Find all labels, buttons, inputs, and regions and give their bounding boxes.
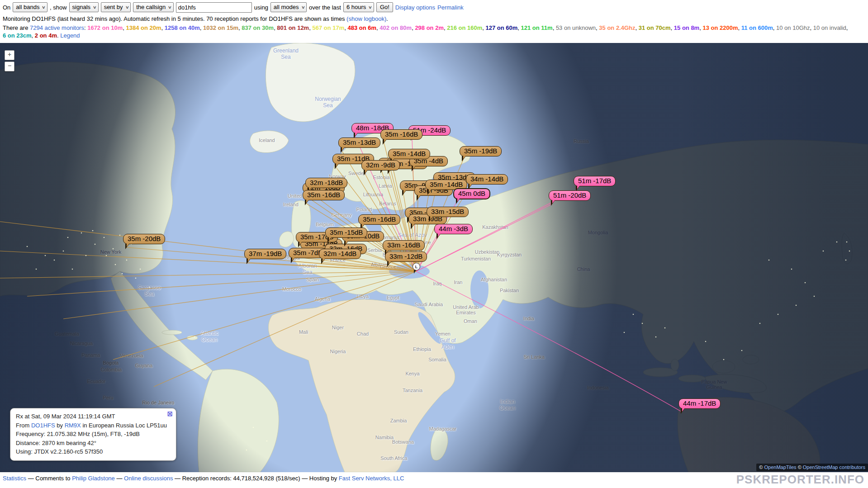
reception-balloon[interactable]: 51m -20dB [549, 190, 591, 201]
balloon-label: 32m -14dB [323, 250, 356, 257]
monitoring-text-end: . [386, 15, 388, 22]
reception-balloon[interactable]: 35m -14dB [388, 149, 430, 159]
zoom-in-button[interactable]: + [5, 50, 14, 60]
philip-gladstone-link[interactable]: Philip Gladstone [72, 475, 115, 482]
reception-balloon[interactable]: 34m -14dB [466, 174, 508, 185]
map-attribution: © OpenMapTiles © OpenStreetMap contribut… [756, 464, 868, 471]
reception-balloon[interactable]: 33m -16dB [383, 240, 425, 251]
timespan-select[interactable]: 6 hours∨ [343, 2, 374, 12]
callsign-input[interactable] [176, 2, 252, 13]
popup-location-text: in European Russia Loc LP51uu [81, 422, 167, 429]
balloon-label: 51m -17dB [578, 177, 611, 185]
balloon-label: 35m -7dB [293, 249, 323, 256]
signals-select-value: signals [72, 4, 90, 10]
toolbar: On all bands∨ , show signals∨ sent by∨ t… [0, 0, 868, 14]
fastserv-link[interactable]: Fast Serv Networks, LLC [339, 475, 404, 482]
zoom-out-button[interactable]: − [5, 62, 14, 71]
balloon-label: 33m -15dB [431, 208, 464, 215]
monitoring-text: Monitoring DO1HFS (last heard 32 mins ag… [3, 15, 346, 22]
legend-link[interactable]: Legend [60, 32, 80, 39]
balloon-label: 34m -14dB [470, 175, 503, 183]
sentby-select-value: sent by [104, 4, 123, 10]
reception-balloon[interactable]: 33m -15dB [427, 207, 469, 217]
home-marker[interactable]: L [413, 263, 420, 270]
reception-balloon[interactable]: 35m -19dB [460, 146, 502, 156]
monitor-count: 15 on 8m [674, 24, 699, 31]
online-discussions-link[interactable]: Online discussions [124, 475, 173, 482]
close-icon[interactable]: ⊠ [167, 411, 173, 417]
monitor-count: 216 on 160m [447, 24, 482, 31]
signals-select[interactable]: signals∨ [69, 2, 99, 12]
active-monitors-link[interactable]: 7294 active monitors [30, 24, 84, 31]
balloon-label: 35m -16dB [307, 191, 340, 199]
display-options-link[interactable]: Display options [395, 4, 435, 11]
balloon-label: 32m -18dB [310, 179, 343, 186]
overlast-label: over the last [309, 4, 341, 11]
balloon-label: 37m -19dB [249, 250, 282, 257]
reception-balloon[interactable]: 32m -14dB [319, 249, 361, 259]
show-logbook-link[interactable]: (show logbook) [346, 15, 386, 22]
monitor-count: 2 on 4m [35, 32, 57, 39]
statistics-link[interactable]: Statistics [3, 475, 26, 482]
footer-sep-2: — [115, 475, 124, 482]
callsign-mode-value: the callsign [136, 4, 166, 10]
bands-select[interactable]: all bands∨ [13, 2, 47, 12]
reception-balloon[interactable]: 35m -16dB [358, 214, 400, 225]
active-monitors-line: There are 7294 active monitors: 1672 on … [0, 24, 868, 40]
world-map[interactable]: Greenland SeaNorwegian SeaIcelandNorwayS… [0, 43, 868, 472]
balloon-label: 44m -3dB [439, 225, 468, 232]
go-button[interactable]: Go! [376, 2, 393, 12]
reception-balloon[interactable]: 51m -17dB [574, 176, 616, 186]
popup-rx-time: Rx at Sat, 09 Mar 2024 11:19:14 GMT [16, 412, 171, 421]
openstreetmap-link[interactable]: OpenStreetMap contributors [803, 464, 865, 470]
reception-report-popup: ⊠ Rx at Sat, 09 Mar 2024 11:19:14 GMT Fr… [10, 408, 176, 461]
reception-balloon[interactable]: 35m -20dB [123, 234, 165, 244]
chevron-down-icon: ∨ [301, 5, 305, 9]
receiver-callsign-link[interactable]: RM9X [65, 422, 81, 429]
chevron-down-icon: ∨ [168, 5, 172, 9]
balloon-label: 35m -16dB [363, 215, 396, 223]
balloon-label: 35m -14dB [393, 150, 426, 157]
reception-balloon[interactable]: 32m -18dB [305, 178, 347, 188]
monitor-count: 127 on 60m [485, 24, 517, 31]
monitor-count: 13 on 2200m [702, 24, 738, 31]
monitor-count: 1258 on 40m [165, 24, 200, 31]
balloon-label: 45m 0dB [458, 189, 485, 198]
there-are-label: There are [3, 24, 30, 31]
reception-balloon[interactable]: 44m -3dB [434, 224, 473, 234]
reception-balloon[interactable]: 35m -15dB [325, 227, 367, 238]
reception-balloon[interactable]: 32m -9dB [361, 160, 400, 171]
popup-from-label: From [16, 422, 31, 429]
chevron-down-icon: ∨ [368, 5, 372, 9]
sender-callsign-link[interactable]: DO1HFS [31, 422, 55, 429]
popup-by-label: by [55, 422, 65, 429]
reception-balloon[interactable]: 33m -12dB [385, 251, 427, 262]
reception-balloon[interactable]: 35m -16dB [303, 190, 345, 200]
callsign-mode-select[interactable]: the callsign∨ [133, 2, 174, 12]
chevron-down-icon: ∨ [125, 5, 129, 9]
reception-balloon[interactable]: 35m -13dB [338, 137, 380, 148]
monitor-count: 31 on 70cm [639, 24, 671, 31]
footer-reception-records: — Reception records: 44,718,524,928 (518… [173, 475, 338, 482]
monitor-count: 35 on 2.4Ghz [599, 24, 635, 31]
sentby-select[interactable]: sent by∨ [101, 2, 131, 12]
monitor-count: 1384 on 20m [126, 24, 161, 31]
modes-select[interactable]: all modes∨ [270, 2, 307, 12]
balloon-label: 51m -20dB [553, 191, 586, 199]
balloon-label: 35m -16dB [385, 130, 418, 138]
permalink-link[interactable]: Permalink [437, 4, 464, 11]
on-label: On [3, 4, 10, 11]
reception-balloon[interactable]: 44m -17dB [678, 398, 721, 409]
monitor-count: 483 on 6m [347, 24, 376, 31]
reception-balloon[interactable]: 45m 0dB [453, 188, 490, 199]
monitor-count: 11 on 600m [741, 24, 773, 31]
reception-balloon[interactable]: 35m -16dB [380, 129, 422, 140]
using-label: using [254, 4, 268, 11]
monitor-count: 121 on 11m [521, 24, 553, 31]
balloon-label: 35m -20dB [128, 235, 161, 242]
monitor-count: 801 on 12m [277, 24, 309, 31]
reception-balloon[interactable]: 37m -19dB [244, 249, 286, 259]
monitor-count: 1032 on 15m [203, 24, 238, 31]
popup-from-line: From DO1HFS by RM9X in European Russia L… [16, 421, 171, 430]
openmaptiles-link[interactable]: OpenMapTiles [764, 464, 796, 470]
